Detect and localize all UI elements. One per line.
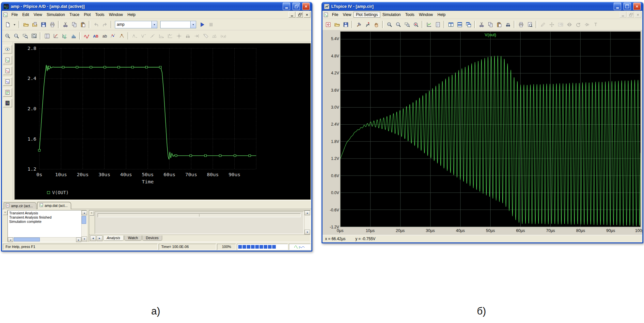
output-close-button[interactable]: × — [3, 210, 8, 215]
cascade-windows-icon[interactable] — [464, 20, 473, 29]
scroll-track[interactable] — [305, 215, 310, 230]
menu-item-edit[interactable]: Edit — [20, 12, 31, 18]
menu-item-tools[interactable]: Tools — [93, 12, 107, 18]
ltspice-trace-label[interactable]: V(out) — [340, 32, 640, 37]
open-file-icon[interactable] — [30, 20, 39, 29]
sim-doc-blue-icon[interactable] — [3, 77, 12, 86]
rotate-icon[interactable] — [574, 20, 582, 29]
zoom-fit-icon[interactable] — [30, 32, 38, 40]
net-label-icon[interactable]: Ab — [556, 20, 565, 29]
menu-item-help[interactable]: Help — [125, 12, 138, 18]
print-preview-icon[interactable] — [526, 20, 534, 29]
cursor-max-icon[interactable] — [166, 32, 174, 40]
detail-vertical-scrollbar[interactable]: ▲ ▼ — [304, 210, 310, 235]
scroll-thumb[interactable] — [82, 216, 86, 224]
cursor-peak-icon[interactable] — [131, 32, 139, 40]
ltspice-maximize-button[interactable] — [623, 3, 631, 10]
probe-eye-icon[interactable] — [3, 45, 12, 54]
place-diode-icon[interactable] — [583, 20, 591, 29]
mark-point-icon[interactable] — [118, 32, 126, 40]
child-restore-button[interactable] — [627, 12, 634, 18]
zoom-area-icon[interactable] — [403, 20, 411, 29]
palette-doc-icon[interactable] — [3, 99, 12, 107]
zoom-out-icon[interactable] — [12, 32, 21, 40]
scroll-thumb[interactable] — [14, 238, 40, 241]
plot-unsync-icon[interactable] — [52, 32, 60, 40]
halt-hand-icon[interactable] — [372, 20, 381, 29]
ltspice-plot-area[interactable]: V(out) — [340, 31, 641, 227]
print-icon[interactable] — [48, 20, 56, 29]
output-vertical-scrollbar[interactable]: ▲ ▼ — [81, 210, 86, 241]
mark-max-icon[interactable] — [210, 32, 218, 40]
redo-icon[interactable] — [101, 20, 109, 29]
simulation-profile-combo[interactable]: amp▼ — [115, 21, 157, 28]
cut-icon[interactable] — [61, 20, 70, 29]
cursor-slope-icon[interactable] — [148, 32, 157, 40]
zoom-in-icon[interactable] — [3, 32, 12, 40]
pspice-plot-canvas[interactable]: 2.82.42.01.61.20s10us20us30us40us50us60u… — [15, 43, 310, 199]
place-text-icon[interactable]: T — [591, 20, 600, 29]
bottom-tab-devices[interactable]: Devices — [142, 236, 162, 241]
output-message[interactable]: Simulation complete — [9, 220, 80, 224]
zoom-area-icon[interactable] — [21, 32, 29, 40]
run-man-icon[interactable] — [363, 20, 372, 29]
cursor-point-icon[interactable] — [175, 32, 183, 40]
zoom-full-icon[interactable] — [412, 20, 420, 29]
coord-xy-icon[interactable]: (x,y) — [219, 32, 227, 40]
sim-doc-multi-icon[interactable] — [3, 88, 12, 97]
scroll-down-button[interactable]: ▼ — [82, 237, 87, 241]
combo-dropdown-arrow[interactable]: ▼ — [190, 21, 196, 28]
child-restore-button[interactable] — [296, 12, 303, 18]
scroll-up-button[interactable]: ▲ — [305, 210, 310, 215]
spice-netlist-icon[interactable] — [433, 20, 442, 29]
combo-dropdown-arrow[interactable]: ▼ — [151, 21, 157, 28]
tile-horizontal-icon[interactable] — [455, 20, 464, 29]
scroll-left-button[interactable]: ◄ — [8, 238, 13, 242]
menu-item-simulation[interactable]: Simulation — [44, 12, 67, 18]
menu-item-file[interactable]: File — [9, 12, 20, 18]
menu-item-trace[interactable]: Trace — [67, 12, 82, 18]
doc-tab-amp-dat-act-[interactable]: amp.dat (act... — [37, 202, 71, 209]
open-folder-icon[interactable] — [22, 20, 30, 29]
menu-item-view[interactable]: View — [31, 12, 44, 18]
child-close-button[interactable]: × — [304, 12, 310, 18]
copy-icon[interactable] — [70, 20, 78, 29]
menu-item-tools[interactable]: Tools — [403, 12, 417, 18]
sim-doc-red-icon[interactable] — [3, 67, 12, 75]
scroll-down-button[interactable]: ▼ — [305, 230, 310, 235]
cut-icon[interactable] — [477, 20, 486, 29]
pspice-minimize-button[interactable] — [283, 3, 290, 10]
menu-item-plot[interactable]: Plot — [82, 12, 93, 18]
cursor-search-icon[interactable] — [183, 32, 192, 40]
cursor-trough-icon[interactable] — [139, 32, 148, 40]
new-doc-icon[interactable] — [3, 20, 12, 29]
find-icon[interactable] — [504, 20, 512, 29]
open-folder-icon[interactable] — [333, 20, 341, 29]
pspice-restore-button[interactable] — [292, 3, 300, 10]
paste-icon[interactable] — [495, 20, 503, 29]
detail-content-area[interactable] — [95, 211, 304, 234]
cursor-next-icon[interactable] — [192, 32, 201, 40]
detail-close-button[interactable]: × — [89, 211, 94, 216]
child-minimize-button[interactable] — [620, 12, 626, 18]
eval-goal-icon[interactable]: AB — [91, 32, 100, 40]
mark-columns-icon[interactable] — [43, 32, 51, 40]
histogram-icon[interactable] — [69, 32, 78, 40]
trace-expression-combo[interactable]: ▼ — [160, 21, 196, 28]
copy-icon[interactable] — [486, 20, 495, 29]
wire-pencil-icon[interactable] — [539, 20, 547, 29]
add-trace-icon[interactable] — [82, 32, 91, 40]
new-schematic-icon[interactable] — [324, 20, 332, 29]
cursor-min-icon[interactable] — [157, 32, 165, 40]
scroll-right-button[interactable]: ► — [76, 238, 81, 242]
tabs-scroll-left-button[interactable]: ◄ — [90, 236, 96, 241]
pspice-titlebar[interactable]: amp - PSpice A/D - [amp.dat (active)] × — [2, 2, 311, 11]
paste-icon[interactable] — [79, 20, 87, 29]
output-message-list[interactable]: Transient AnalysisTransient Analysis fin… — [8, 210, 81, 237]
tabs-scroll-right-button[interactable]: ► — [97, 236, 102, 241]
save-icon[interactable] — [39, 20, 48, 29]
menu-item-view[interactable]: View — [340, 12, 353, 18]
tile-vertical-icon[interactable] — [447, 20, 455, 29]
run-icon[interactable] — [198, 20, 206, 29]
dropdown-arrow-icon[interactable] — [12, 20, 17, 29]
